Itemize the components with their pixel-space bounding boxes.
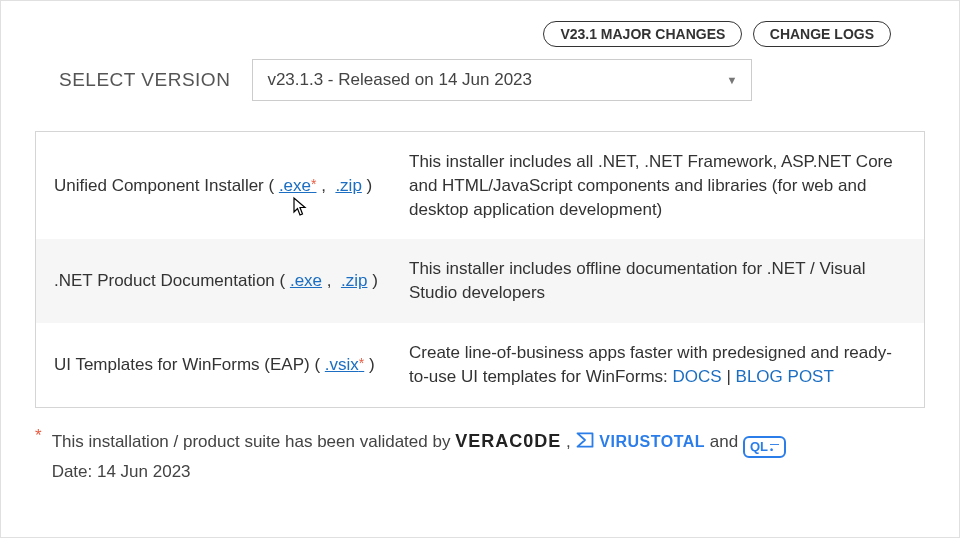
product-name-cell: .NET Product Documentation ( .exe , .zip…: [54, 271, 409, 291]
virustotal-icon: [575, 430, 595, 450]
version-dropdown[interactable]: v23.1.3 - Released on 14 Jun 2023 ▼: [252, 59, 752, 101]
docs-link[interactable]: DOCS: [673, 367, 722, 386]
product-desc: Create line-of-business apps faster with…: [409, 341, 906, 389]
zip-link[interactable]: .zip: [341, 271, 367, 290]
select-version-label: SELECT VERSION: [59, 69, 230, 91]
product-name: UI Templates for WinForms (EAP): [54, 355, 310, 374]
vsix-link[interactable]: .vsix*: [325, 355, 364, 374]
product-desc: This installer includes offline document…: [409, 257, 906, 305]
validation-footnote: * This installation / product suite has …: [35, 426, 925, 487]
blog-post-link[interactable]: BLOG POST: [736, 367, 834, 386]
cursor-icon: [290, 196, 308, 223]
virustotal-logo: VIRUSTOTAL: [599, 433, 705, 450]
downloads-table: Unified Component Installer ( .exe* , .z…: [35, 131, 925, 408]
product-name: .NET Product Documentation: [54, 271, 275, 290]
table-row: Unified Component Installer ( .exe* , .z…: [36, 132, 924, 239]
product-name: Unified Component Installer: [54, 176, 264, 195]
zip-link[interactable]: .zip: [335, 176, 361, 195]
exe-link[interactable]: .exe: [290, 271, 322, 290]
change-logs-button[interactable]: CHANGE LOGS: [753, 21, 891, 47]
asterisk-icon: *: [35, 426, 42, 446]
exe-link[interactable]: .exe*: [279, 176, 317, 195]
product-name-cell: Unified Component Installer ( .exe* , .z…: [54, 176, 409, 196]
major-changes-button[interactable]: V23.1 MAJOR CHANGES: [543, 21, 742, 47]
ql-badge: QL—•: [743, 436, 786, 458]
product-desc: This installer includes all .NET, .NET F…: [409, 150, 906, 221]
version-dropdown-value: v23.1.3 - Released on 14 Jun 2023: [267, 70, 532, 90]
table-row: UI Templates for WinForms (EAP) ( .vsix*…: [36, 323, 924, 407]
chevron-down-icon: ▼: [726, 74, 737, 86]
product-name-cell: UI Templates for WinForms (EAP) ( .vsix*…: [54, 355, 409, 375]
validation-date: Date: 14 Jun 2023: [52, 462, 191, 481]
table-row: .NET Product Documentation ( .exe , .zip…: [36, 239, 924, 323]
veracode-logo: VERAC0DE: [455, 431, 561, 451]
